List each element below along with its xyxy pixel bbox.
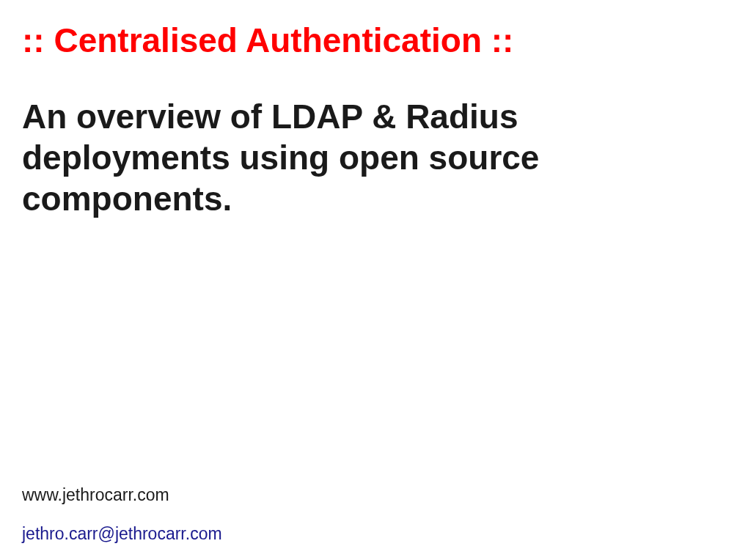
slide-title: :: Centralised Authentication :: <box>22 21 726 61</box>
slide-subtitle: An overview of LDAP & Radius deployments… <box>22 96 697 219</box>
website-text: www.jethrocarr.com <box>22 485 222 505</box>
email-text: jethro.carr@jethrocarr.com <box>22 524 222 544</box>
slide-footer: www.jethrocarr.com jethro.carr@jethrocar… <box>22 485 222 544</box>
slide-container: :: Centralised Authentication :: An over… <box>0 0 748 560</box>
